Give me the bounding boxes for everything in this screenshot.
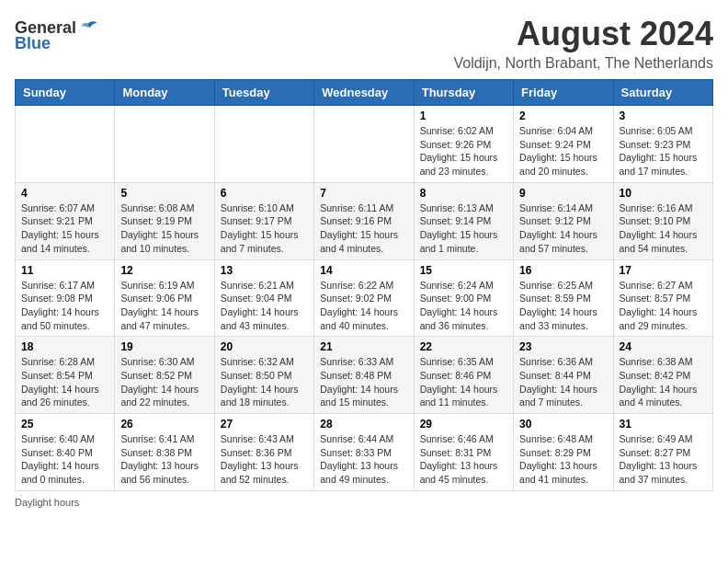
day-number: 6: [221, 187, 308, 200]
weekday-header-thursday: Thursday: [414, 80, 513, 106]
calendar-week-5: 25Sunrise: 6:40 AM Sunset: 8:40 PM Dayli…: [16, 414, 713, 491]
day-number: 26: [120, 418, 208, 431]
day-number: 20: [221, 340, 308, 353]
calendar-cell: 2Sunrise: 6:04 AM Sunset: 9:24 PM Daylig…: [514, 106, 613, 183]
day-number: 22: [420, 340, 507, 353]
day-number: 18: [21, 340, 108, 353]
day-info: Sunrise: 6:05 AM Sunset: 9:23 PM Dayligh…: [620, 124, 707, 178]
day-number: 16: [519, 264, 607, 277]
calendar-cell: 25Sunrise: 6:40 AM Sunset: 8:40 PM Dayli…: [16, 414, 115, 491]
weekday-header-wednesday: Wednesday: [314, 80, 414, 106]
day-info: Sunrise: 6:41 AM Sunset: 8:38 PM Dayligh…: [120, 432, 208, 487]
day-info: Sunrise: 6:32 AM Sunset: 8:50 PM Dayligh…: [221, 355, 308, 409]
day-info: Sunrise: 6:38 AM Sunset: 8:42 PM Dayligh…: [620, 355, 707, 409]
day-number: 23: [519, 340, 607, 353]
day-info: Sunrise: 6:49 AM Sunset: 8:27 PM Dayligh…: [620, 432, 707, 487]
calendar-cell: 1Sunrise: 6:02 AM Sunset: 9:26 PM Daylig…: [414, 106, 513, 183]
calendar-cell: [16, 106, 115, 183]
day-info: Sunrise: 6:02 AM Sunset: 9:26 PM Dayligh…: [420, 124, 507, 178]
calendar-week-4: 18Sunrise: 6:28 AM Sunset: 8:54 PM Dayli…: [16, 337, 713, 414]
weekday-header-sunday: Sunday: [16, 80, 115, 106]
day-info: Sunrise: 6:40 AM Sunset: 8:40 PM Dayligh…: [21, 432, 108, 487]
day-number: 3: [620, 109, 707, 122]
day-info: Sunrise: 6:28 AM Sunset: 8:54 PM Dayligh…: [21, 355, 108, 409]
calendar-cell: 12Sunrise: 6:19 AM Sunset: 9:06 PM Dayli…: [115, 259, 214, 337]
weekday-header-friday: Friday: [514, 80, 613, 106]
day-number: 28: [320, 418, 407, 431]
day-info: Sunrise: 6:08 AM Sunset: 9:19 PM Dayligh…: [120, 201, 208, 256]
day-number: 9: [519, 187, 607, 200]
day-info: Sunrise: 6:21 AM Sunset: 9:04 PM Dayligh…: [221, 279, 308, 333]
calendar-table: SundayMondayTuesdayWednesdayThursdayFrid…: [15, 79, 713, 491]
weekday-header-tuesday: Tuesday: [214, 80, 313, 106]
calendar-cell: 19Sunrise: 6:30 AM Sunset: 8:52 PM Dayli…: [115, 337, 214, 414]
calendar-cell: 29Sunrise: 6:46 AM Sunset: 8:31 PM Dayli…: [414, 414, 513, 491]
calendar-cell: 26Sunrise: 6:41 AM Sunset: 8:38 PM Dayli…: [115, 414, 214, 491]
day-number: 17: [620, 264, 707, 277]
day-number: 8: [420, 187, 507, 200]
calendar-week-2: 4Sunrise: 6:07 AM Sunset: 9:21 PM Daylig…: [16, 182, 713, 259]
calendar-cell: 30Sunrise: 6:48 AM Sunset: 8:29 PM Dayli…: [514, 414, 613, 491]
day-info: Sunrise: 6:11 AM Sunset: 9:16 PM Dayligh…: [320, 201, 407, 256]
day-info: Sunrise: 6:27 AM Sunset: 8:57 PM Dayligh…: [620, 279, 707, 333]
day-info: Sunrise: 6:30 AM Sunset: 8:52 PM Dayligh…: [120, 355, 208, 409]
logo: General Blue: [15, 18, 98, 53]
day-info: Sunrise: 6:25 AM Sunset: 8:59 PM Dayligh…: [519, 279, 607, 333]
calendar-week-3: 11Sunrise: 6:17 AM Sunset: 9:08 PM Dayli…: [16, 259, 713, 337]
calendar-cell: 23Sunrise: 6:36 AM Sunset: 8:44 PM Dayli…: [514, 337, 613, 414]
calendar-cell: [115, 106, 214, 183]
calendar-cell: 9Sunrise: 6:14 AM Sunset: 9:12 PM Daylig…: [514, 182, 613, 259]
day-number: 19: [120, 340, 208, 353]
logo-blue-text: Blue: [15, 34, 51, 53]
day-number: 29: [420, 418, 507, 431]
day-info: Sunrise: 6:48 AM Sunset: 8:29 PM Dayligh…: [519, 432, 607, 487]
calendar-cell: 16Sunrise: 6:25 AM Sunset: 8:59 PM Dayli…: [514, 259, 613, 337]
calendar-cell: 20Sunrise: 6:32 AM Sunset: 8:50 PM Dayli…: [214, 337, 313, 414]
weekday-header-row: SundayMondayTuesdayWednesdayThursdayFrid…: [16, 80, 713, 106]
calendar-cell: 21Sunrise: 6:33 AM Sunset: 8:48 PM Dayli…: [314, 337, 414, 414]
calendar-cell: 31Sunrise: 6:49 AM Sunset: 8:27 PM Dayli…: [613, 414, 712, 491]
day-number: 10: [620, 187, 707, 200]
day-number: 1: [420, 109, 507, 122]
calendar-cell: 13Sunrise: 6:21 AM Sunset: 9:04 PM Dayli…: [214, 259, 313, 337]
footer-note: Daylight hours: [15, 497, 713, 508]
day-info: Sunrise: 6:07 AM Sunset: 9:21 PM Dayligh…: [21, 201, 108, 256]
logo-bird-icon: [78, 20, 98, 37]
day-info: Sunrise: 6:44 AM Sunset: 8:33 PM Dayligh…: [320, 432, 407, 487]
day-info: Sunrise: 6:24 AM Sunset: 9:00 PM Dayligh…: [420, 279, 507, 333]
calendar-cell: [314, 106, 414, 183]
calendar-week-1: 1Sunrise: 6:02 AM Sunset: 9:26 PM Daylig…: [16, 106, 713, 183]
calendar-cell: 11Sunrise: 6:17 AM Sunset: 9:08 PM Dayli…: [16, 259, 115, 337]
day-number: 2: [519, 109, 607, 122]
calendar-cell: 4Sunrise: 6:07 AM Sunset: 9:21 PM Daylig…: [16, 182, 115, 259]
calendar-cell: 5Sunrise: 6:08 AM Sunset: 9:19 PM Daylig…: [115, 182, 214, 259]
calendar-cell: 14Sunrise: 6:22 AM Sunset: 9:02 PM Dayli…: [314, 259, 414, 337]
day-info: Sunrise: 6:04 AM Sunset: 9:24 PM Dayligh…: [519, 124, 607, 178]
day-number: 11: [21, 264, 108, 277]
day-info: Sunrise: 6:35 AM Sunset: 8:46 PM Dayligh…: [420, 355, 507, 409]
day-info: Sunrise: 6:14 AM Sunset: 9:12 PM Dayligh…: [519, 201, 607, 256]
day-info: Sunrise: 6:43 AM Sunset: 8:36 PM Dayligh…: [221, 432, 308, 487]
day-number: 14: [320, 264, 407, 277]
day-info: Sunrise: 6:13 AM Sunset: 9:14 PM Dayligh…: [420, 201, 507, 256]
day-info: Sunrise: 6:46 AM Sunset: 8:31 PM Dayligh…: [420, 432, 507, 487]
day-info: Sunrise: 6:16 AM Sunset: 9:10 PM Dayligh…: [620, 201, 707, 256]
calendar-cell: 17Sunrise: 6:27 AM Sunset: 8:57 PM Dayli…: [613, 259, 712, 337]
title-block: August 2024 Voldijn, North Brabant, The …: [453, 15, 713, 72]
calendar-cell: 7Sunrise: 6:11 AM Sunset: 9:16 PM Daylig…: [314, 182, 414, 259]
day-number: 4: [21, 187, 108, 200]
day-info: Sunrise: 6:36 AM Sunset: 8:44 PM Dayligh…: [519, 355, 607, 409]
day-number: 15: [420, 264, 507, 277]
day-number: 21: [320, 340, 407, 353]
calendar-cell: 10Sunrise: 6:16 AM Sunset: 9:10 PM Dayli…: [613, 182, 712, 259]
day-info: Sunrise: 6:19 AM Sunset: 9:06 PM Dayligh…: [120, 279, 208, 333]
day-info: Sunrise: 6:22 AM Sunset: 9:02 PM Dayligh…: [320, 279, 407, 333]
weekday-header-monday: Monday: [115, 80, 214, 106]
day-number: 13: [221, 264, 308, 277]
day-number: 7: [320, 187, 407, 200]
day-info: Sunrise: 6:33 AM Sunset: 8:48 PM Dayligh…: [320, 355, 407, 409]
calendar-cell: 22Sunrise: 6:35 AM Sunset: 8:46 PM Dayli…: [414, 337, 513, 414]
day-info: Sunrise: 6:10 AM Sunset: 9:17 PM Dayligh…: [221, 201, 308, 256]
calendar-cell: 24Sunrise: 6:38 AM Sunset: 8:42 PM Dayli…: [613, 337, 712, 414]
calendar-cell: 15Sunrise: 6:24 AM Sunset: 9:00 PM Dayli…: [414, 259, 513, 337]
